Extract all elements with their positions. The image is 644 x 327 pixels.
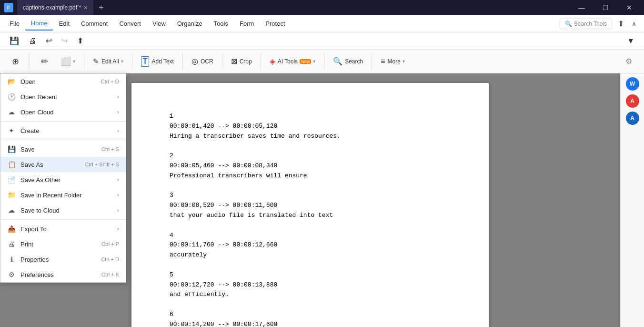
menu-item-create[interactable]: ✦ Create › bbox=[0, 123, 126, 138]
divider-1 bbox=[0, 121, 126, 122]
save-as-other-icon: 📄 bbox=[7, 175, 16, 184]
maximize-button[interactable]: ❐ bbox=[594, 0, 616, 15]
undo-button[interactable]: ↩ bbox=[42, 34, 56, 47]
ribbon-sep-7 bbox=[324, 53, 324, 70]
ribbon-sep-4 bbox=[182, 53, 183, 70]
ribbon-sep-5 bbox=[222, 53, 222, 70]
ribbon-sep-8 bbox=[372, 53, 372, 70]
edit-all-arrow: ▾ bbox=[121, 59, 123, 64]
open-recent-icon: 🕐 bbox=[7, 92, 16, 101]
open-cloud-label: Open Cloud bbox=[20, 109, 112, 116]
tab-close-button[interactable]: × bbox=[84, 4, 88, 11]
ai-tools-label: AI Tools bbox=[278, 58, 298, 65]
save-in-recent-arrow: › bbox=[117, 192, 119, 198]
save-to-cloud-arrow: › bbox=[117, 207, 119, 214]
ai-tools-tool[interactable]: ◈ AI Tools New ▾ bbox=[266, 55, 319, 68]
add-text-label: Add Text bbox=[151, 58, 173, 65]
menu-home[interactable]: Home bbox=[25, 17, 53, 31]
zoom-in-tool[interactable]: ⊕ bbox=[6, 54, 25, 69]
menu-item-preferences[interactable]: ⚙ Preferences Ctrl + K bbox=[0, 267, 126, 282]
ai-tools-arrow: ▾ bbox=[313, 59, 315, 64]
new-tab-button[interactable]: + bbox=[94, 1, 108, 14]
highlight-tool[interactable]: ✏ bbox=[35, 54, 54, 69]
search-tool-icon: 🔍 bbox=[333, 57, 342, 66]
collapse-ribbon-button[interactable]: ∧ bbox=[628, 18, 640, 30]
menu-protect[interactable]: Protect bbox=[260, 17, 291, 30]
properties-shortcut: Ctrl + D bbox=[101, 256, 119, 262]
menu-item-save-as-other[interactable]: 📄 Save As Other › bbox=[0, 172, 126, 187]
edit-all-label: Edit All bbox=[101, 58, 119, 65]
menu-comment[interactable]: Comment bbox=[75, 17, 113, 30]
cloud-save-button[interactable]: ⬆ bbox=[614, 17, 628, 30]
menu-bar: File Home Edit Comment Convert View Orga… bbox=[0, 15, 644, 32]
close-button[interactable]: ✕ bbox=[618, 0, 640, 15]
menu-item-open-recent[interactable]: 🕐 Open Recent › bbox=[0, 89, 126, 104]
edit-all-icon: ✎ bbox=[93, 57, 99, 66]
open-shortcut: Ctrl + O bbox=[101, 79, 119, 84]
ocr-tool[interactable]: ◎ OCR bbox=[188, 55, 217, 68]
save-as-icon: 📋 bbox=[7, 160, 16, 169]
zoom-in-icon: ⊕ bbox=[12, 56, 19, 67]
menu-item-open-cloud[interactable]: ☁ Open Cloud › bbox=[0, 104, 126, 120]
settings-panel-tool[interactable]: ⚙ bbox=[619, 55, 638, 68]
save-as-other-arrow: › bbox=[117, 176, 119, 183]
menu-view[interactable]: View bbox=[147, 17, 171, 30]
divider-2 bbox=[0, 140, 126, 140]
avatar-ms[interactable]: A bbox=[626, 112, 639, 125]
ribbon-sep-6 bbox=[261, 53, 261, 70]
file-dropdown-menu: 📂 Open Ctrl + O 🕐 Open Recent › ☁ Open C… bbox=[0, 73, 126, 283]
menu-form[interactable]: Form bbox=[234, 17, 260, 30]
more-tool[interactable]: ≡ More ▾ bbox=[377, 55, 409, 68]
active-tab[interactable]: captions-example.pdf * × bbox=[17, 0, 93, 15]
more-toolbar-button[interactable]: ▼ bbox=[623, 35, 638, 47]
pdf-content: 1 00:00:01,420 --> 00:00:05,120 Hiring a… bbox=[170, 112, 451, 327]
app-icon: F bbox=[4, 3, 13, 12]
menu-file[interactable]: File bbox=[4, 17, 25, 30]
print-button[interactable]: 🖨 bbox=[25, 35, 40, 47]
add-text-tool[interactable]: T Add Text bbox=[137, 54, 178, 69]
share-button[interactable]: ⬆ bbox=[73, 34, 87, 47]
search-tool[interactable]: 🔍 Search bbox=[329, 55, 367, 68]
quick-access-toolbar: 💾 🖨 ↩ ↪ ⬆ ▼ bbox=[0, 32, 644, 50]
properties-label: Properties bbox=[20, 256, 96, 263]
menu-organize[interactable]: Organize bbox=[171, 17, 208, 30]
menu-item-save-to-cloud[interactable]: ☁ Save to Cloud › bbox=[0, 203, 126, 218]
shapes-tool[interactable]: ⬜ ▾ bbox=[57, 54, 79, 69]
create-label: Create bbox=[20, 127, 112, 134]
more-arrow: ▾ bbox=[402, 59, 405, 64]
menu-item-print[interactable]: 🖨 Print Ctrl + P bbox=[0, 236, 126, 252]
save-to-cloud-icon: ☁ bbox=[7, 206, 16, 215]
edit-all-tool[interactable]: ✎ Edit All ▾ bbox=[89, 55, 127, 68]
menu-item-export-to[interactable]: 📤 Export To › bbox=[0, 221, 126, 236]
save-button[interactable]: 💾 bbox=[6, 34, 23, 47]
save-icon: 💾 bbox=[7, 145, 16, 153]
menu-item-save-as[interactable]: 📋 Save As Ctrl + Shift + S bbox=[0, 157, 126, 172]
menu-item-properties[interactable]: ℹ Properties Ctrl + D bbox=[0, 252, 126, 267]
menu-item-save-in-recent[interactable]: 📁 Save in Recent Folder › bbox=[0, 187, 126, 203]
avatar-ai[interactable]: A bbox=[626, 94, 639, 108]
ocr-label: OCR bbox=[201, 58, 213, 65]
redo-button[interactable]: ↪ bbox=[58, 34, 71, 47]
save-to-cloud-label: Save to Cloud bbox=[20, 207, 112, 214]
ocr-icon: ◎ bbox=[191, 57, 198, 66]
menu-edit[interactable]: Edit bbox=[53, 17, 75, 30]
tab-label: captions-example.pdf * bbox=[23, 4, 81, 11]
menu-tools[interactable]: Tools bbox=[208, 17, 234, 30]
menu-convert[interactable]: Convert bbox=[113, 17, 147, 30]
search-tools-input[interactable]: 🔍 Search Tools bbox=[560, 19, 612, 29]
preferences-icon: ⚙ bbox=[7, 270, 16, 279]
title-bar: F captions-example.pdf * × + — ❐ ✕ bbox=[0, 0, 644, 15]
save-shortcut: Ctrl + S bbox=[101, 146, 119, 152]
menu-item-open[interactable]: 📂 Open Ctrl + O bbox=[0, 74, 126, 89]
create-arrow: › bbox=[117, 127, 119, 134]
highlight-icon: ✏ bbox=[41, 56, 48, 67]
minimize-button[interactable]: — bbox=[571, 0, 593, 15]
open-cloud-arrow: › bbox=[117, 109, 119, 115]
pdf-page: 1 00:00:01,420 --> 00:00:05,120 Hiring a… bbox=[131, 83, 489, 327]
crop-tool[interactable]: ⊠ Crop bbox=[227, 55, 256, 68]
menu-item-save[interactable]: 💾 Save Ctrl + S bbox=[0, 142, 126, 157]
avatar-word[interactable]: W bbox=[626, 77, 639, 91]
print-shortcut: Ctrl + P bbox=[101, 241, 119, 247]
add-text-icon: T bbox=[141, 56, 150, 67]
preferences-shortcut: Ctrl + K bbox=[101, 272, 119, 277]
